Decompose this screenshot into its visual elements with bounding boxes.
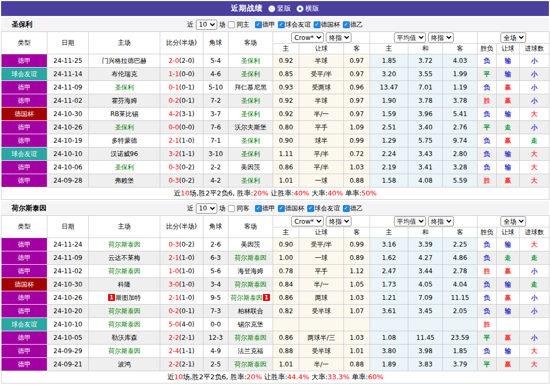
home-team: 科隆	[89, 278, 160, 291]
games-count-select[interactable]: 10	[196, 203, 217, 214]
average-select[interactable]: 平均值	[394, 216, 426, 226]
handicap-line: 两球	[299, 291, 344, 305]
halftime-score: (2-1)	[179, 361, 194, 368]
halftime-score: (0-0)	[179, 70, 194, 78]
result-handicap: 输	[497, 68, 520, 81]
corner-score: 7-2	[203, 94, 228, 108]
handicap-line: 受两球	[299, 81, 344, 94]
match-score: 1-1(0-0)	[160, 68, 203, 81]
red-card-badge: 1	[263, 294, 270, 301]
match-date: 24-10-26	[47, 121, 89, 134]
away-team: 圣保利	[228, 134, 273, 148]
summary-row: 近10场,胜2平2负6, 胜率:20% 让胜率:40% 大率:40% 单率:50…	[2, 187, 549, 200]
match-row: 德国杯24-10-30科隆3-0(1-0)3-4荷尔斯泰因0.84半/一1.05…	[2, 278, 549, 291]
home-odds: 0.80	[273, 121, 299, 134]
subheader-avg-away: 客	[443, 227, 478, 238]
fulltime-score: 1-0	[169, 267, 179, 275]
league-badge: 德国杯	[2, 278, 47, 291]
final-odds-select[interactable]: 终指	[326, 32, 351, 43]
league-checkbox[interactable]: ✓	[307, 205, 314, 212]
bookmaker-select[interactable]: Crow*	[291, 216, 324, 226]
result-handicap: 输	[497, 161, 520, 174]
final-average-select[interactable]: 终指	[428, 32, 454, 43]
team-link: 荷尔斯泰因	[109, 321, 141, 328]
match-score: 0-3(0-2)	[160, 238, 203, 251]
league-checkbox[interactable]: ✓	[255, 205, 262, 212]
league-checkbox[interactable]: ✓	[278, 205, 285, 212]
same-venue-checkbox[interactable]	[228, 21, 235, 28]
vertical-layout-radio[interactable]	[268, 5, 275, 12]
header-home: 主场	[89, 216, 160, 238]
corner-score: 7-3	[203, 305, 228, 318]
same-venue-checkbox[interactable]	[228, 205, 235, 212]
handicap-line: 平/半	[299, 161, 344, 174]
handicap-line: 受平/半	[299, 68, 344, 81]
avg-home: 1.59	[370, 108, 408, 121]
home-odds: 1.01	[273, 174, 299, 187]
team-link: 门兴格拉德巴赫	[102, 57, 147, 64]
scope-select[interactable]: 全场	[500, 216, 526, 226]
away-team: 荷尔斯泰因	[228, 331, 273, 345]
league-checkbox[interactable]: ✓	[343, 205, 350, 212]
league-checkbox[interactable]: ✓	[343, 21, 350, 28]
match-score: 0-3(0-2)	[160, 174, 203, 187]
result-handicap: 赢	[497, 358, 520, 371]
home-odds: 0.88	[273, 345, 299, 358]
team-link: 柏林联合	[238, 307, 264, 315]
match-date: 24-10-30	[47, 278, 89, 291]
home-odds: 0.93	[273, 81, 299, 94]
result-goals: 小	[520, 265, 549, 278]
games-count-select[interactable]: 10	[196, 20, 217, 30]
away-team: 荷尔斯泰因	[228, 278, 273, 291]
home-odds: 1.11	[273, 148, 299, 161]
result-outcome: 负	[478, 54, 497, 68]
league-filter-item: ✓德甲	[255, 204, 275, 213]
summary-text: 近10场,胜2平2负6, 胜率:20% 让胜率:44.4% 大率:33.3% 单…	[2, 371, 549, 383]
result-goals: 大	[520, 238, 549, 251]
match-date: 24-09-28	[47, 174, 89, 187]
same-venue-label: 同主	[237, 20, 250, 29]
bookmaker-select[interactable]: Crow*	[291, 32, 324, 43]
home-team: 波鸿	[89, 358, 160, 371]
league-label: 德国杯	[321, 20, 340, 29]
result-outcome: 平	[478, 331, 497, 345]
scope-select[interactable]: 全场	[500, 32, 526, 43]
league-checkbox[interactable]: ✓	[255, 21, 262, 28]
average-select[interactable]: 平均值	[394, 32, 426, 43]
match-row: 德甲24-11-24荷尔斯泰因0-3(0-2)2-6美因茨0.90受平/半0.9…	[2, 238, 549, 251]
avg-draw: 3.72	[408, 54, 443, 68]
avg-home: 1.58	[370, 174, 408, 187]
summary-stat-label: 场,胜2平2负6, 胜率:	[190, 189, 253, 197]
fulltime-score: 2-1	[169, 254, 179, 262]
halftime-score: (0-0)	[179, 124, 194, 131]
final-odds-select[interactable]: 终指	[326, 216, 351, 226]
final-average-select[interactable]: 终指	[428, 216, 454, 226]
horizontal-layout-radio[interactable]	[297, 5, 303, 12]
corner-score: 5-4	[203, 54, 228, 68]
red-card-badge: 1	[108, 294, 115, 301]
halftime-score: (1-0)	[179, 281, 194, 288]
home-team: 圣保利	[89, 121, 160, 134]
halftime-score: (2-0)	[179, 57, 194, 64]
match-score: 2-4(1-1)	[160, 345, 203, 358]
avg-home: 1.21	[370, 291, 408, 305]
team-link: 海登海姆	[238, 267, 264, 275]
league-checkbox[interactable]: ✓	[278, 21, 285, 28]
corner-score: 2-5	[203, 358, 228, 371]
home-odds: 0.78	[273, 265, 299, 278]
home-team: 荷尔斯泰因	[89, 345, 160, 358]
match-row: 德甲24-10-261斯图加特2-1(1-0)9-5荷尔斯泰因10.86两球1.…	[2, 291, 549, 305]
result-goals: 小	[520, 54, 549, 68]
league-checkbox[interactable]: ✓	[314, 21, 321, 28]
near-label: 近	[187, 20, 194, 29]
handicap-line: 球半	[299, 134, 344, 148]
home-team: 云达不莱梅	[89, 251, 160, 265]
result-goals: 小	[520, 291, 549, 305]
match-score: 2-1(1-0)	[160, 134, 203, 148]
header-home: 主场	[89, 32, 160, 54]
team-link: 美因茨	[241, 164, 260, 171]
result-handicap: 赢	[497, 331, 520, 345]
team-link: 荷尔斯泰因	[109, 267, 141, 275]
subheader-odds-away: 客	[344, 44, 370, 54]
league-badge: 球会友谊	[2, 68, 47, 81]
